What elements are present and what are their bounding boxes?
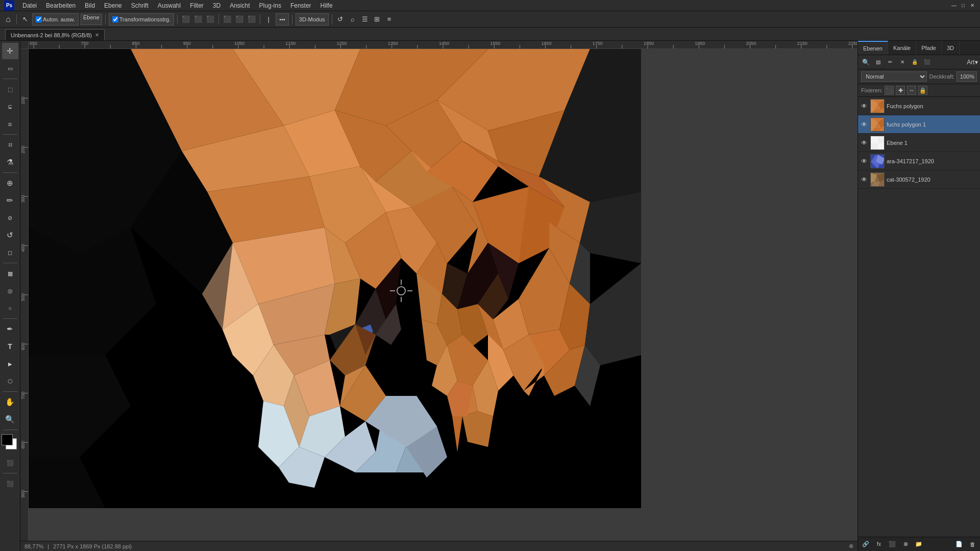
filter-type-icon[interactable]: ✏ [885, 57, 896, 68]
shape-tool-btn[interactable]: ⬡ [2, 373, 18, 389]
hand-tool-btn[interactable]: ✋ [2, 394, 18, 410]
menu-plugins[interactable]: Plug-ins [255, 1, 285, 10]
object-select-tool-btn[interactable]: ⧈ [2, 116, 18, 132]
menu-ebene[interactable]: Ebene [100, 1, 126, 10]
panel-tab-3d[interactable]: 3D [942, 41, 960, 55]
align-right-icon[interactable]: ⬛ [247, 14, 257, 24]
layer-visibility-eye[interactable]: 👁 [860, 157, 868, 165]
layer-item-fuchs-polygon-1[interactable]: 👁 fuchs polygon 1 [858, 115, 980, 134]
search-icon[interactable]: ⌕ [348, 14, 358, 24]
layer-visibility-eye[interactable]: 👁 [860, 176, 868, 184]
align-center-icon[interactable]: ⬛ [234, 14, 244, 24]
menu-filter[interactable]: Filter [186, 1, 208, 10]
auto-select-checkbox[interactable] [36, 16, 42, 22]
align-bottom-icon[interactable]: ⬛ [205, 14, 215, 24]
document-tab[interactable]: Unbenannt-2 bei 88,8% (RGB/8) ✕ [5, 29, 105, 40]
filter-kind-icon[interactable]: ▤ [872, 57, 884, 68]
layer-item-fuchs-polygon[interactable]: 👁 Fuchs polygon [858, 97, 980, 115]
menu-fenster[interactable]: Fenster [286, 1, 315, 10]
arrange-icon[interactable]: ⊞ [372, 14, 382, 24]
marquee-tool-btn[interactable]: ⬚ [2, 81, 18, 97]
lasso-tool-btn[interactable]: ⊊ [2, 98, 18, 115]
search-layers-btn[interactable]: 🔍 [860, 57, 871, 68]
layer-name: Fuchs polygon [887, 103, 978, 109]
new-group-btn[interactable]: 📁 [913, 539, 924, 549]
eraser-tool-btn[interactable]: ◻ [2, 244, 18, 261]
tab-close-btn[interactable]: ✕ [95, 32, 99, 38]
search-art-dropdown[interactable]: Art ▾ [967, 57, 978, 68]
3d-mode-btn[interactable]: 3D-Modus [296, 13, 329, 26]
blur-tool-btn[interactable]: ◎ [2, 283, 18, 299]
transform-checkbox-btn[interactable]: Transformationsstrg. [109, 13, 174, 26]
maximize-button[interactable]: □ [960, 2, 967, 9]
brush-tool-btn[interactable]: ✏ [2, 192, 18, 209]
history-brush-tool-btn[interactable]: ↺ [2, 227, 18, 243]
artboard-tool-btn[interactable]: ▭ [2, 60, 18, 77]
screen-mode-btn[interactable]: ⬛ [2, 475, 18, 492]
layer-visibility-eye[interactable]: 👁 [860, 120, 868, 129]
gradient-tool-btn[interactable]: ▦ [2, 265, 18, 282]
more-options-btn[interactable]: ••• [276, 13, 289, 26]
opacity-input[interactable] [957, 71, 977, 82]
minimize-button[interactable]: — [950, 2, 958, 9]
panel-tab-ebenen[interactable]: Ebenen [858, 41, 888, 55]
layer-visibility-eye[interactable]: 👁 [860, 139, 868, 147]
add-adjustment-btn[interactable]: ⊕ [900, 539, 911, 549]
foreground-color-swatch[interactable] [2, 434, 13, 445]
canvas-viewport[interactable] [29, 49, 857, 541]
home-icon[interactable]: ⌂ [3, 14, 13, 24]
lock-paint-btn[interactable]: ✚ [896, 86, 905, 95]
options-bar: ⌂ ↖ Auton. ausw. Ebene Transformationsst… [0, 11, 980, 28]
workspace-icon[interactable]: ☰ [360, 14, 370, 24]
new-layer-btn[interactable]: 📄 [953, 539, 965, 549]
text-tool-btn[interactable]: T [2, 338, 18, 355]
dodge-tool-btn[interactable]: ○ [2, 300, 18, 316]
filter-artboard-icon[interactable]: ⬛ [921, 57, 933, 68]
quick-mask-btn[interactable]: ⬛ [2, 455, 18, 471]
eyedropper-tool-btn[interactable]: ⚗ [2, 154, 18, 170]
auto-select-btn[interactable]: Auton. ausw. [32, 13, 79, 26]
filter-lock-icon[interactable]: 🔒 [909, 57, 920, 68]
lock-all-btn[interactable]: 🔒 [918, 86, 927, 95]
lock-position-btn[interactable]: ↔ [907, 86, 916, 95]
path-selection-tool-btn[interactable]: ▶ [2, 356, 18, 372]
add-layer-style-btn[interactable]: fx [873, 539, 885, 549]
clone-tool-btn[interactable]: ⊘ [2, 210, 18, 226]
transform-checkbox[interactable] [112, 16, 118, 22]
menu-auswahl[interactable]: Auswahl [154, 1, 185, 10]
align-left-icon[interactable]: ⬛ [222, 14, 232, 24]
healing-tool-btn[interactable]: ⊕ [2, 175, 18, 191]
close-button[interactable]: ✕ [969, 2, 976, 9]
layer-visibility-eye[interactable]: 👁 [860, 102, 868, 110]
menu-3d[interactable]: 3D [209, 1, 225, 10]
align-top-icon[interactable]: ⬛ [181, 14, 191, 24]
delete-layer-btn[interactable]: 🗑 [967, 539, 978, 549]
align-middle-icon[interactable]: ⬛ [193, 14, 203, 24]
layer-item-cat[interactable]: 👁 cat-300572_1920 [858, 170, 980, 189]
auto-select-dropdown[interactable]: Ebene [81, 14, 102, 25]
menu-datei[interactable]: Datei [18, 1, 41, 10]
filter-effect-icon[interactable]: ✕ [897, 57, 908, 68]
menu-schrift[interactable]: Schrift [127, 1, 153, 10]
crop-tool-btn[interactable]: ⌗ [2, 137, 18, 153]
blend-mode-select[interactable]: Normal [861, 71, 927, 82]
rotate-view-icon[interactable]: ↺ [335, 14, 346, 24]
distribute-icon[interactable]: | [263, 14, 274, 24]
sep5 [260, 14, 260, 24]
menu-ansicht[interactable]: Ansicht [226, 1, 254, 10]
move-tool-option-icon[interactable]: ↖ [20, 14, 30, 24]
menu-bearbeiten[interactable]: Bearbeiten [42, 1, 80, 10]
link-layers-btn[interactable]: 🔗 [860, 539, 871, 549]
layer-item-ebene-1[interactable]: 👁 Ebene 1 [858, 134, 980, 152]
menu-hilfe[interactable]: Hilfe [316, 1, 337, 10]
panel-tab-pfade[interactable]: Pfade [916, 41, 942, 55]
lock-transparent-btn[interactable]: ⬛ [885, 86, 894, 95]
layer-item-ara[interactable]: 👁 ara-3417217_1920 [858, 152, 980, 170]
extra2-icon[interactable]: ≡ [384, 14, 395, 24]
panel-tab-kanaele[interactable]: Kanäle [888, 41, 916, 55]
add-mask-btn[interactable]: ⬛ [887, 539, 898, 549]
menu-bild[interactable]: Bild [81, 1, 99, 10]
move-tool-btn[interactable]: ✛ [2, 43, 18, 59]
pen-tool-btn[interactable]: ✒ [2, 321, 18, 337]
zoom-tool-btn[interactable]: 🔍 [2, 411, 18, 428]
